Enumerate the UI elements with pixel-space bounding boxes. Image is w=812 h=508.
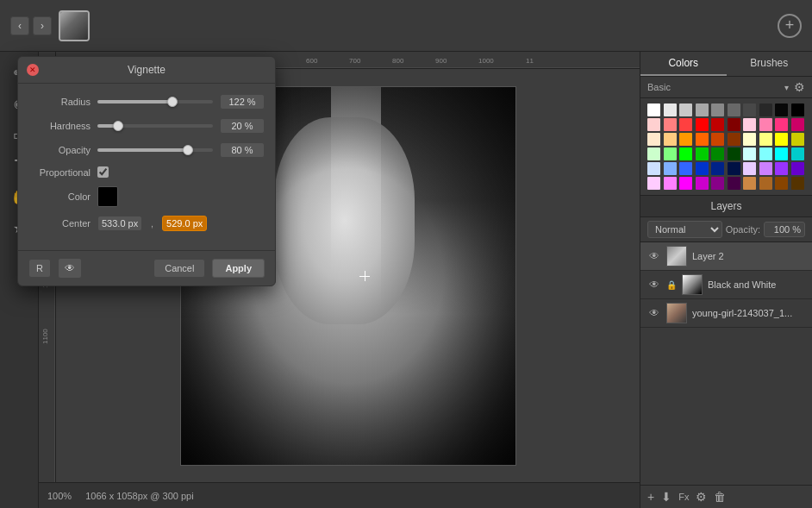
- radius-input[interactable]: [220, 94, 265, 110]
- layer-settings-button[interactable]: ⚙: [696, 490, 707, 504]
- color-swatch[interactable]: [728, 118, 740, 131]
- color-swatch[interactable]: [759, 103, 772, 116]
- radius-slider[interactable]: [97, 100, 213, 103]
- layer-visibility-toggle[interactable]: 👁: [647, 306, 661, 320]
- color-swatch[interactable]: [647, 133, 660, 146]
- color-swatch[interactable]: [775, 103, 788, 116]
- color-swatch[interactable]: [647, 118, 660, 131]
- color-swatch[interactable]: [664, 103, 677, 116]
- opacity-slider[interactable]: [97, 148, 213, 152]
- color-swatch[interactable]: [679, 162, 692, 175]
- opacity-input-dialog[interactable]: [220, 142, 265, 158]
- zoom-level: 100%: [47, 491, 72, 501]
- fx-button[interactable]: Fx: [678, 492, 689, 502]
- color-swatch[interactable]: [775, 162, 788, 175]
- color-swatch[interactable]: [775, 177, 788, 190]
- layer-item[interactable]: 👁young-girl-2143037_1...: [640, 299, 812, 328]
- color-swatch[interactable]: [711, 177, 724, 190]
- color-swatch[interactable]: [696, 177, 709, 190]
- color-swatch[interactable]: [696, 162, 709, 175]
- color-swatch[interactable]: [647, 177, 660, 190]
- color-swatch[interactable]: [728, 177, 740, 190]
- color-swatch[interactable]: [791, 133, 804, 146]
- color-swatch[interactable]: [791, 118, 804, 131]
- color-swatch[interactable]: [791, 162, 804, 175]
- layer-item[interactable]: 👁Layer 2: [640, 242, 812, 271]
- center-y-input[interactable]: [162, 216, 207, 231]
- color-swatch[interactable]: [759, 133, 772, 146]
- blend-mode-select[interactable]: Normal Multiply Screen Overlay: [647, 221, 722, 238]
- color-swatch[interactable]: [664, 162, 677, 175]
- color-swatch[interactable]: [728, 133, 740, 146]
- opacity-thumb[interactable]: [183, 145, 193, 155]
- forward-button[interactable]: ›: [33, 16, 52, 35]
- color-swatch[interactable]: [711, 162, 724, 175]
- radius-thumb[interactable]: [167, 97, 178, 107]
- back-button[interactable]: ‹: [10, 16, 29, 35]
- vignette-center-crosshair[interactable]: [359, 271, 370, 281]
- color-swatch[interactable]: [711, 103, 724, 116]
- color-swatch[interactable]: [759, 177, 772, 190]
- hardness-thumb[interactable]: [113, 121, 123, 131]
- color-swatch[interactable]: [711, 133, 724, 146]
- color-swatch[interactable]: [679, 177, 692, 190]
- color-swatch[interactable]: [791, 147, 804, 160]
- color-swatch[interactable]: [791, 103, 804, 116]
- color-swatch[interactable]: [696, 147, 709, 160]
- color-swatch[interactable]: [679, 147, 692, 160]
- add-layer-button[interactable]: +: [647, 490, 654, 504]
- layer-visibility-toggle[interactable]: 👁: [647, 249, 661, 263]
- color-swatch-button[interactable]: [97, 186, 118, 207]
- cancel-button[interactable]: Cancel: [153, 259, 205, 278]
- color-swatch[interactable]: [759, 147, 772, 160]
- color-swatch[interactable]: [696, 133, 709, 146]
- color-swatch[interactable]: [728, 162, 740, 175]
- color-swatch[interactable]: [775, 133, 788, 146]
- dialog-close-button[interactable]: ✕: [27, 64, 39, 76]
- color-swatch[interactable]: [696, 118, 709, 131]
- apply-button[interactable]: Apply: [212, 259, 265, 278]
- color-swatch[interactable]: [791, 177, 804, 190]
- color-swatch[interactable]: [679, 133, 692, 146]
- document-tab[interactable]: [59, 10, 90, 41]
- color-swatch[interactable]: [759, 118, 772, 131]
- export-layer-button[interactable]: ⬇: [661, 490, 671, 504]
- opacity-input[interactable]: [764, 222, 805, 237]
- center-x-input[interactable]: [97, 216, 142, 231]
- tab-colors[interactable]: Colors: [640, 52, 727, 76]
- proportional-checkbox[interactable]: [97, 166, 109, 178]
- color-swatch[interactable]: [647, 147, 660, 160]
- layer-item[interactable]: 👁🔒Black and White: [640, 271, 812, 299]
- color-swatch[interactable]: [728, 147, 740, 160]
- color-swatch[interactable]: [664, 177, 677, 190]
- color-swatch[interactable]: [743, 103, 756, 116]
- color-swatch[interactable]: [647, 103, 660, 116]
- hardness-input[interactable]: [220, 118, 265, 134]
- color-swatch[interactable]: [743, 177, 756, 190]
- color-swatch[interactable]: [711, 147, 724, 160]
- color-swatch[interactable]: [759, 162, 772, 175]
- color-swatch[interactable]: [743, 133, 756, 146]
- hardness-slider[interactable]: [97, 124, 213, 128]
- delete-layer-button[interactable]: 🗑: [714, 490, 726, 504]
- preview-button[interactable]: 👁: [58, 258, 82, 279]
- color-swatch[interactable]: [711, 118, 724, 131]
- add-document-button[interactable]: +: [778, 14, 802, 38]
- color-swatch[interactable]: [664, 147, 677, 160]
- color-swatch[interactable]: [743, 118, 756, 131]
- color-swatch[interactable]: [679, 103, 692, 116]
- color-swatch[interactable]: [679, 118, 692, 131]
- layer-visibility-toggle[interactable]: 👁: [647, 278, 661, 292]
- colors-settings-button[interactable]: ⚙: [794, 80, 805, 94]
- color-swatch[interactable]: [696, 103, 709, 116]
- color-swatch[interactable]: [775, 147, 788, 160]
- color-swatch[interactable]: [728, 103, 740, 116]
- color-swatch[interactable]: [743, 147, 756, 160]
- tab-brushes[interactable]: Brushes: [727, 52, 813, 76]
- color-swatch[interactable]: [664, 118, 677, 131]
- reset-button[interactable]: R: [28, 259, 51, 278]
- color-swatch[interactable]: [775, 118, 788, 131]
- color-swatch[interactable]: [664, 133, 677, 146]
- color-swatch[interactable]: [647, 162, 660, 175]
- color-swatch[interactable]: [743, 162, 756, 175]
